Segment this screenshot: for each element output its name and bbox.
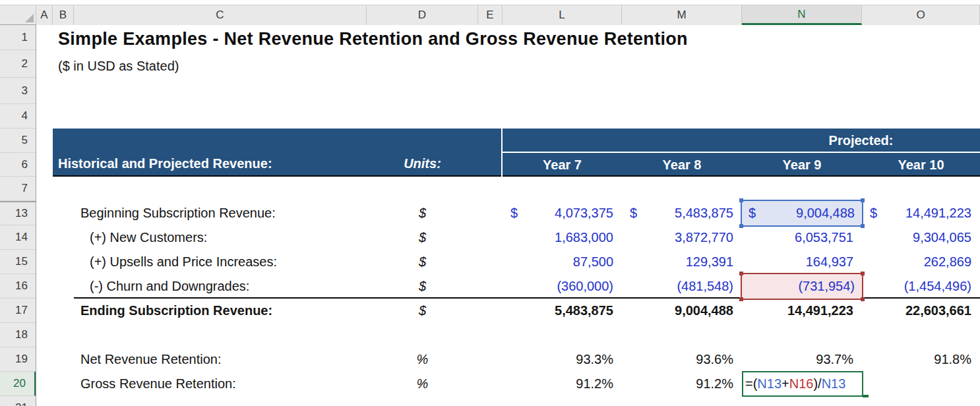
cell-N17[interactable]: 14,491,223 [742, 299, 862, 323]
units-cell-r16[interactable]: $ [367, 274, 478, 299]
row-header-13[interactable]: 13 [0, 201, 36, 225]
cell-L13[interactable]: $ 4,073,375 [503, 201, 622, 225]
cell-L14[interactable]: 1,683,000 [503, 225, 622, 250]
projected-header[interactable]: Projected: [742, 130, 980, 151]
row-header-5[interactable]: 5 [0, 129, 36, 153]
sheet-title-cell[interactable]: Simple Examples - Net Revenue Retention … [58, 25, 688, 53]
cell-N14[interactable]: 6,053,751 [742, 225, 862, 250]
column-header-b[interactable]: B [53, 5, 74, 25]
currency-sign: $ [630, 206, 637, 221]
row-header-6[interactable]: 6 [0, 153, 36, 177]
fill-handle[interactable] [863, 395, 869, 397]
units-cell-r15[interactable]: $ [367, 250, 478, 274]
row-label-churn-downgrades[interactable]: (-) Churn and Downgrades: [74, 274, 367, 299]
row-header-15[interactable]: 15 [0, 250, 36, 274]
row-header-19[interactable]: 19 [0, 347, 36, 372]
range-highlight-N13[interactable]: $ 9,004,488 [741, 200, 863, 227]
year9-header[interactable]: Year 9 [742, 153, 862, 177]
column-header-a[interactable]: A [36, 5, 53, 25]
units-cell-r13[interactable]: $ [367, 201, 478, 225]
year8-header[interactable]: Year 8 [622, 153, 742, 177]
selection-handle[interactable] [861, 297, 865, 301]
row-header-18[interactable]: 18 [0, 323, 36, 347]
cell-M14[interactable]: 3,872,770 [622, 225, 742, 250]
cell-N19[interactable]: 93.7% [742, 347, 862, 372]
cell-L19[interactable]: 93.3% [503, 347, 622, 372]
formula-bar-divider [0, 0, 980, 5]
cell-value: 14,491,223 [905, 206, 971, 221]
selection-handle[interactable] [739, 297, 743, 301]
row-header-4[interactable]: 4 [0, 104, 36, 129]
row-header-1[interactable]: 1 [0, 25, 36, 50]
cell-L20[interactable]: 91.2% [503, 372, 622, 396]
column-header-m[interactable]: M [622, 5, 742, 25]
range-highlight-N16[interactable]: (731,954) [741, 273, 863, 300]
column-header-n-selected[interactable]: N [742, 5, 862, 25]
select-all-triangle-icon [25, 14, 34, 22]
cell-M13[interactable]: $ 5,483,875 [622, 201, 742, 225]
cell-O16[interactable]: (1,454,496) [862, 274, 980, 299]
cell-L16[interactable]: (360,000) [503, 274, 622, 299]
cell-L17[interactable]: 5,483,875 [503, 299, 622, 323]
year7-header[interactable]: Year 7 [503, 153, 622, 177]
row-label-gross-revenue-retention[interactable]: Gross Revenue Retention: [74, 372, 367, 396]
selection-handle[interactable] [739, 272, 743, 276]
formula-edit-cell-N20[interactable]: =(N13+N16)/N13 [742, 371, 863, 397]
cell-M15[interactable]: 129,391 [622, 250, 742, 274]
row-header-16[interactable]: 16 [0, 274, 36, 299]
row-header-7[interactable]: 7 [0, 177, 36, 201]
selection-handle[interactable] [861, 198, 865, 202]
currency-sign: $ [870, 206, 877, 221]
year10-header[interactable]: Year 10 [862, 153, 980, 177]
selection-handle[interactable] [739, 198, 743, 202]
selection-handle[interactable] [861, 224, 865, 228]
row-label-ending-subscription-revenue[interactable]: Ending Subscription Revenue: [74, 299, 367, 323]
table-header-band: Historical and Projected Revenue: Units:… [53, 129, 980, 177]
cell-L15[interactable]: 87,500 [503, 250, 622, 274]
row-header-3[interactable]: 3 [0, 78, 36, 104]
selection-handle[interactable] [861, 272, 865, 276]
row-label-beginning-subscription-revenue[interactable]: Beginning Subscription Revenue: [74, 201, 367, 225]
cell-O19[interactable]: 91.8% [862, 347, 980, 372]
row-header-17[interactable]: 17 [0, 299, 36, 323]
cell-M17[interactable]: 9,004,488 [622, 299, 742, 323]
formula-ref-N13: N13 [757, 376, 781, 392]
cell-O14[interactable]: 9,304,065 [862, 225, 980, 250]
units-cell-r20[interactable]: % [367, 372, 478, 396]
column-header-d[interactable]: D [367, 5, 478, 25]
cell-value: 4,073,375 [555, 206, 613, 221]
table-header-title[interactable]: Historical and Projected Revenue: [58, 156, 272, 171]
units-cell-r17[interactable]: $ [367, 299, 478, 323]
cell-O17[interactable]: 22,603,661 [862, 299, 980, 323]
cell-O15[interactable]: 262,869 [862, 250, 980, 274]
formula-ref-N13-2: N13 [822, 376, 846, 392]
row-label-new-customers[interactable]: (+) New Customers: [74, 225, 367, 250]
row-header-20-selected[interactable]: 20 [0, 372, 36, 396]
cell-O13[interactable]: $ 14,491,223 [862, 201, 980, 225]
units-header[interactable]: Units: [367, 156, 478, 171]
cell-M19[interactable]: 93.6% [622, 347, 742, 372]
row-header-14[interactable]: 14 [0, 225, 36, 250]
units-cell-r14[interactable]: $ [367, 225, 478, 250]
column-header-row: A B C D E L M N O [0, 5, 980, 25]
cell-M20[interactable]: 91.2% [622, 372, 742, 396]
column-header-l[interactable]: L [503, 5, 622, 25]
formula-token: =( [745, 376, 757, 392]
formula-token: + [781, 376, 789, 392]
spreadsheet-window: A B C D E L M N O 1 2 3 4 5 6 7 13 14 15… [0, 0, 980, 406]
row-label-upsells-price-increases[interactable]: (+) Upsells and Price Increases: [74, 250, 367, 274]
column-header-c[interactable]: C [74, 5, 367, 25]
sheet-subtitle-cell[interactable]: ($ in USD as Stated) [58, 53, 179, 79]
currency-sign: $ [510, 206, 518, 221]
units-cell-r19[interactable]: % [367, 347, 478, 372]
selection-handle[interactable] [739, 224, 743, 228]
row-label-net-revenue-retention[interactable]: Net Revenue Retention: [74, 347, 367, 372]
column-header-e[interactable]: E [478, 5, 503, 25]
cell-M16[interactable]: (481,548) [622, 274, 742, 299]
row-header-2[interactable]: 2 [0, 50, 36, 78]
row-header-21[interactable]: 21 [0, 396, 36, 406]
cell-N15[interactable]: 164,937 [742, 250, 862, 274]
sheet-grid: Simple Examples - Net Revenue Retention … [36, 25, 980, 406]
select-all-corner[interactable] [0, 5, 36, 24]
column-header-o[interactable]: O [862, 5, 980, 25]
